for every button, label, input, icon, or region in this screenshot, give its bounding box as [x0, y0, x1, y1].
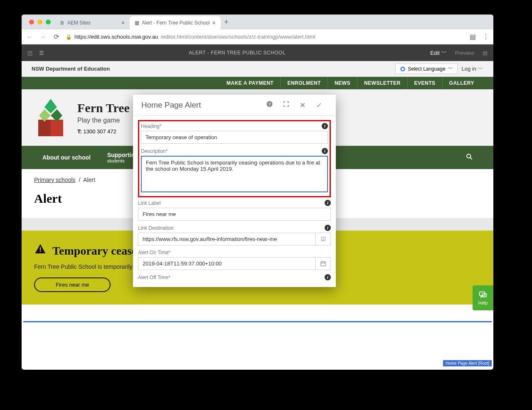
aem-toolbar: ◫ ☰ ALERT - FERN TREE PUBLIC SCHOOL Edit… [22, 44, 493, 61]
favicon: ▦ [135, 20, 139, 26]
open-selection-dialog-icon[interactable]: ☑ [316, 233, 331, 246]
alert-heading: Temporary cease [52, 244, 137, 258]
close-icon[interactable]: ✕ [294, 101, 311, 110]
minimize-window-button[interactable] [37, 20, 42, 25]
page-icon: 🗎 [60, 20, 65, 26]
svg-line-5 [470, 157, 472, 160]
help-icon[interactable]: ? [261, 101, 278, 110]
utility-nav: MAKE A PAYMENT ENROLMENT NEWS NEWSLETTER… [22, 77, 493, 89]
description-label: Description* [141, 148, 168, 154]
component-root-label[interactable]: Home Page Alert [Root] [443, 360, 492, 366]
nav-gallery[interactable]: GALLERY [442, 77, 481, 89]
help-tab[interactable]: Help [473, 285, 493, 310]
site-top-header: NSW Department of Education Select Langu… [22, 61, 493, 77]
info-icon[interactable]: i [325, 225, 331, 231]
info-icon[interactable]: i [322, 148, 328, 154]
link-label-input[interactable] [138, 208, 331, 221]
svg-rect-3 [38, 120, 51, 136]
new-tab-button[interactable]: + [221, 18, 232, 27]
chat-icon [478, 290, 488, 300]
warning-icon [34, 243, 47, 258]
svg-text:?: ? [268, 102, 271, 106]
description-textarea[interactable]: Fern Tree Public School is temporarily c… [141, 156, 328, 192]
url-field[interactable]: 🔒 https://edit.sws.schools.nsw.gov.au/ed… [66, 34, 464, 40]
search-icon[interactable] [458, 147, 481, 167]
settings-icon[interactable]: ☰ [39, 50, 44, 56]
selection-rail [23, 321, 492, 322]
off-time-label: Alert Off Time* [138, 275, 170, 280]
lock-icon: 🔒 [66, 34, 72, 40]
svg-rect-6 [40, 247, 41, 250]
on-time-input[interactable] [138, 257, 316, 270]
alert-link-button[interactable]: Fires near me [34, 277, 111, 292]
back-button[interactable]: ← [26, 33, 33, 41]
aem-page-title: ALERT - FERN TREE PUBLIC SCHOOL [44, 50, 430, 56]
login-link[interactable]: Log in ﹀ [462, 65, 483, 73]
maximize-window-button[interactable] [46, 20, 51, 25]
language-selector[interactable]: Select Language ﹀ [395, 64, 458, 74]
url-host: https://edit.sws.schools.nsw.gov.au [74, 34, 158, 40]
menu-icon[interactable]: ⋮ [483, 33, 489, 41]
home-page-alert-dialog: Home Page Alert ? ✕ ✓ Heading*i Descript… [133, 95, 336, 287]
tab-alert-page[interactable]: ▦ Alert - Fern Tree Public School × [130, 16, 221, 29]
chevron-down-icon: ﹀ [478, 65, 483, 73]
info-icon[interactable]: i [325, 200, 331, 206]
chevron-down-icon: ﹀ [441, 49, 447, 56]
svg-point-1 [401, 68, 404, 70]
tab-aem-sites[interactable]: 🗎 AEM Sites × [55, 16, 130, 29]
chevron-down-icon: ﹀ [448, 65, 453, 72]
heading-label: Heading* [141, 123, 161, 129]
nav-newsletter[interactable]: NEWSLETTER [357, 77, 407, 89]
nav-about[interactable]: About our school [34, 148, 99, 167]
svg-point-4 [467, 154, 470, 158]
google-icon [400, 66, 406, 72]
svg-rect-7 [40, 251, 41, 252]
tab-strip: 🗎 AEM Sites × ▦ Alert - Fern Tree Public… [22, 15, 493, 29]
nav-news[interactable]: NEWS [328, 77, 357, 89]
window-controls [25, 20, 55, 25]
dept-label: NSW Department of Education [32, 66, 110, 72]
link-dest-input[interactable] [138, 233, 316, 246]
crumb-root[interactable]: Primary schools [34, 177, 76, 183]
close-window-button[interactable] [29, 20, 34, 25]
forward-button[interactable]: → [39, 33, 47, 41]
close-tab-icon[interactable]: × [212, 20, 215, 26]
page-properties-icon[interactable]: ▤ [483, 50, 488, 56]
info-icon[interactable]: i [322, 123, 328, 129]
dialog-header: Home Page Alert ? ✕ ✓ [133, 95, 336, 116]
nav-enrolment[interactable]: ENROLMENT [280, 77, 328, 89]
nav-payment[interactable]: MAKE A PAYMENT [220, 77, 280, 89]
heading-input[interactable] [141, 131, 328, 144]
fullscreen-icon[interactable] [278, 101, 294, 109]
edit-mode-button[interactable]: Edit ﹀ [430, 49, 446, 56]
address-bar: ← → ⟳ 🔒 https://edit.sws.schools.nsw.gov… [22, 29, 493, 44]
reload-button[interactable]: ⟳ [52, 33, 60, 41]
link-label-label: Link Label [138, 200, 161, 206]
profile-icon[interactable]: ▤ [470, 33, 476, 41]
tab-title: AEM Sites [67, 20, 91, 26]
side-panel-icon[interactable]: ◫ [27, 50, 32, 56]
school-logo [34, 97, 67, 138]
dialog-title: Home Page Alert [141, 101, 261, 110]
info-icon[interactable]: i [325, 274, 331, 280]
url-path: /editor.html/content/doe/sws/schools/z/z… [160, 34, 315, 40]
close-tab-icon[interactable]: × [121, 20, 125, 26]
link-dest-label: Link Destination [138, 225, 173, 231]
highlighted-fields: Heading*i Description*i Fern Tree Public… [138, 120, 331, 197]
crumb-current: Alert [83, 177, 95, 183]
tab-title: Alert - Fern Tree Public School [142, 20, 209, 26]
preview-button[interactable]: Preview [455, 50, 474, 56]
confirm-icon[interactable]: ✓ [311, 101, 328, 110]
calendar-icon[interactable] [316, 257, 331, 270]
nav-events[interactable]: EVENTS [407, 77, 442, 89]
on-time-label: Alert On Time* [138, 250, 170, 255]
svg-rect-12 [321, 262, 325, 266]
